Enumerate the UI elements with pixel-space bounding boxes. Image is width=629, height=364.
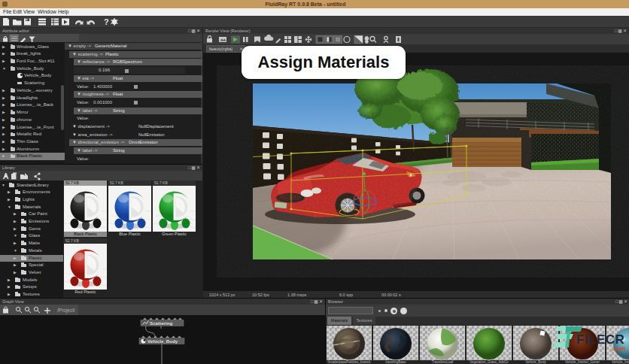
svg-text:/Project/: /Project/ bbox=[57, 308, 75, 314]
svg-text:FILECR: FILECR bbox=[576, 332, 624, 347]
svg-text:Vehicle_Body: Vehicle_Body bbox=[147, 338, 178, 344]
svg-text:Scattering: Scattering bbox=[150, 320, 172, 326]
svg-text:?: ? bbox=[104, 17, 109, 26]
svg-text:.com: .com bbox=[612, 345, 626, 353]
